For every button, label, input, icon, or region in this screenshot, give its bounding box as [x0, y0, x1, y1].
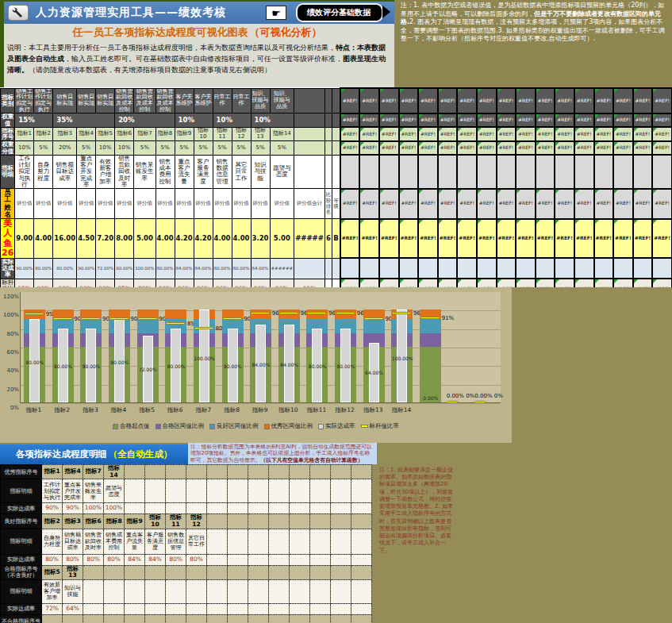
detail-cell: 自身努力程度: [42, 529, 63, 554]
rate-cell: [104, 603, 125, 614]
x-tick-label: 指标4: [105, 406, 132, 414]
serial-cell: [166, 465, 186, 479]
actual-rate-cell: 90.00%: [15, 258, 34, 279]
serial-cell: 指标10: [145, 514, 166, 529]
employee-name-input[interactable]: 美人鱼26: [1, 219, 15, 258]
rate-cell: [125, 603, 145, 614]
bar-group: 100.00%96%: [388, 291, 417, 402]
ref-error-cell: #REF!: [359, 189, 379, 219]
rate-cell: [269, 603, 290, 614]
legend-label: 标杆值比率: [370, 422, 400, 430]
serial-cell: [145, 565, 166, 579]
note-text: 2. 如果采用手工填入指标序号的方式时，首先请明确以上图表是否完整呈现出所有指标…: [379, 503, 453, 553]
achievement-chart: 120%100%80%60%40%20%0%90.00%95%80.00%90%…: [0, 287, 512, 443]
actual-label: 80.00%: [224, 363, 242, 369]
detail-cell: 重点客户开发完成率: [63, 479, 83, 503]
detail-cell: 销售数据信息管理: [166, 529, 186, 554]
rate-cell: [125, 503, 145, 514]
category-cell: 销售工作计划拟定与执行: [34, 88, 53, 113]
reserved-point: 0.00% 0%: [473, 291, 501, 402]
ref-error-cell: #REF!: [399, 127, 419, 141]
detail-cell: [104, 579, 125, 603]
table-cell: [324, 155, 332, 188]
ref-error-cell: #REF!: [574, 219, 594, 258]
detail-cell: [228, 579, 248, 603]
benchmark-marker: [392, 312, 411, 314]
serial-cell: [228, 514, 248, 529]
ref-error-cell: #REF!: [555, 88, 574, 113]
actual-rate-cell: ######: [270, 258, 294, 279]
pointing-hand-icon[interactable]: ☛: [266, 6, 286, 20]
weight-cell: 20%: [115, 113, 175, 128]
ref-error-cell: [613, 258, 633, 279]
detail-cell: 其它日常工作: [186, 529, 207, 554]
detail-cell: [125, 579, 145, 603]
ref-error-cell: [359, 155, 379, 188]
detail-cell: [248, 529, 269, 554]
ref-error-cell: #REF!: [438, 127, 458, 141]
base-data-button[interactable]: 绩效评分基础数据: [296, 3, 383, 22]
rate-cell: 84%: [125, 554, 145, 565]
bar-group: 90.00%90%: [106, 291, 134, 402]
row-label-actual: 实际达成率: [1, 258, 15, 279]
serial-cell: [269, 614, 290, 623]
ref-error-cell: #REF!: [477, 219, 497, 258]
reserved-point: 0.00% 0%: [445, 291, 474, 402]
ref-error-cell: [555, 258, 574, 279]
wrench-icon-glyph: [12, 7, 25, 18]
ref-error-cell: #REF!: [516, 113, 536, 128]
score-cell: 4.20: [194, 219, 213, 258]
score-total-header: 评分值合计: [294, 189, 325, 219]
table-cell: [294, 127, 325, 141]
ref-error-cell: #REF!: [438, 189, 458, 219]
actual-label: 84.00%: [252, 362, 271, 367]
rate-cell: [351, 503, 372, 514]
serial-cell: [166, 614, 186, 623]
rank-header: 比较排名: [324, 189, 332, 219]
actual-label: 0.00%: [423, 395, 438, 401]
table-cell: [294, 155, 325, 188]
serial-cell: [351, 565, 372, 579]
serial-cell: [269, 514, 290, 529]
serial-cell: 指标3: [63, 514, 83, 529]
score-cell: 16.00: [53, 219, 77, 258]
table-cell: [294, 113, 325, 128]
score-cell: 4.50: [77, 219, 96, 258]
x-tick-label: 指标14: [387, 406, 415, 414]
detail-cell: 销售数据信息管理: [213, 155, 232, 188]
benchmark-marker: [279, 312, 298, 314]
ref-error-cell: #REF!: [574, 141, 594, 156]
ref-error-cell: #REF!: [516, 219, 536, 258]
row-label-rate: 实际达成率: [1, 503, 42, 514]
rate-cell: 80%: [186, 554, 207, 565]
score-cell: 7.20: [96, 219, 115, 258]
rate-cell: [248, 603, 269, 614]
actual-label: 80.00%: [83, 363, 101, 369]
ref-error-cell: #REF!: [516, 141, 536, 156]
ref-error-cell: #REF!: [574, 88, 594, 113]
score-header-cell: 评分值: [156, 189, 175, 219]
indicator-cell: 指标11: [213, 127, 232, 141]
indicator-cell: 指标5: [96, 127, 115, 141]
x-tick-label: 指标9: [246, 406, 274, 414]
actual-rate-cell: 72.00%: [96, 258, 115, 279]
weight-cell: 10%: [175, 113, 213, 128]
ref-error-cell: #REF!: [418, 113, 438, 128]
bar-group: 80.00%85%: [162, 291, 190, 402]
serial-cell: 指标11: [166, 514, 186, 529]
detail-cell: [269, 579, 290, 603]
serial-cell: [310, 614, 331, 623]
ref-error-cell: [477, 258, 497, 279]
rate-cell: [207, 503, 228, 514]
serial-cell: [145, 465, 166, 479]
table-cell: [294, 88, 325, 113]
bar-group: 80.00%90%: [49, 291, 78, 402]
x-tick-label: 指标5: [133, 406, 161, 414]
ref-error-cell: #REF!: [359, 141, 379, 156]
legend-swatch: [264, 424, 270, 429]
bar-group: 84.00%96%: [247, 291, 275, 402]
score-header-cell: 评分值: [134, 189, 156, 219]
ref-error-cell: #REF!: [340, 127, 360, 141]
ref-error-cell: [652, 155, 672, 188]
actual-rate-cell: 80.00%: [213, 258, 232, 279]
